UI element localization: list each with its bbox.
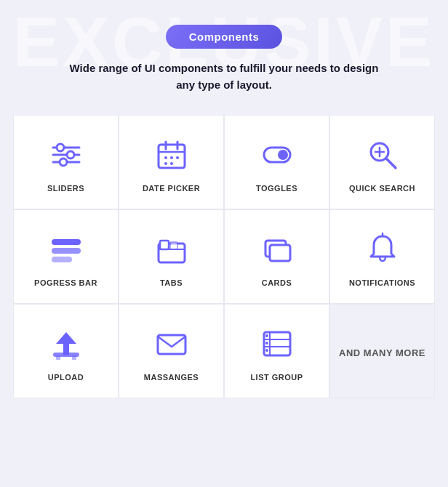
card-toggles[interactable]: TOGGLES [225, 116, 329, 209]
subtitle: SLIDERS Wide range of UI components to f… [70, 60, 379, 93]
svg-rect-22 [52, 248, 81, 254]
svg-rect-35 [158, 335, 185, 354]
card-notifications[interactable]: NOTIFICATIONS [330, 210, 434, 303]
cards-icon [258, 230, 296, 268]
progress-bar-label: POGRESS BAR [34, 278, 97, 287]
card-messages[interactable]: MASSANGES [119, 305, 223, 398]
svg-point-16 [278, 150, 288, 160]
notifications-label: NOTIFICATIONS [349, 278, 415, 287]
svg-rect-21 [52, 239, 81, 245]
svg-rect-25 [160, 241, 169, 249]
card-progress-bar[interactable]: POGRESS BAR [14, 210, 118, 303]
svg-point-1 [57, 144, 64, 151]
notifications-icon [364, 230, 401, 268]
header: Components SLIDERS Wide range of UI comp… [0, 0, 448, 108]
card-tabs[interactable]: TABS [119, 210, 223, 303]
quick-search-icon [364, 136, 401, 174]
quick-search-label: QUICK SEARCH [349, 184, 415, 193]
svg-point-3 [67, 151, 74, 158]
messages-label: MASSANGES [144, 373, 199, 382]
list-group-label: LIST GROUP [250, 373, 303, 382]
upload-icon [47, 325, 85, 363]
card-upload[interactable]: UPLOAD [14, 305, 118, 398]
svg-rect-28 [270, 245, 290, 261]
svg-rect-26 [170, 242, 177, 249]
toggles-icon [258, 136, 296, 174]
svg-point-11 [170, 156, 173, 159]
toggles-label: TOGGLES [256, 184, 297, 193]
card-quick-search[interactable]: QUICK SEARCH [330, 116, 434, 209]
svg-point-10 [164, 156, 167, 159]
svg-rect-23 [52, 257, 72, 262]
svg-marker-32 [56, 332, 76, 344]
svg-point-41 [265, 342, 268, 345]
svg-point-5 [60, 158, 67, 166]
tabs-icon [153, 230, 191, 268]
card-sliders[interactable]: SLIDERS [14, 116, 118, 209]
svg-line-18 [386, 158, 396, 168]
more-label: AND MANY MORE [339, 346, 425, 361]
svg-point-40 [265, 334, 268, 337]
sliders-label: SLIDERS [47, 184, 84, 193]
svg-rect-34 [72, 355, 76, 360]
date-picker-icon [153, 136, 191, 174]
card-more[interactable]: AND MANY MORE [330, 305, 434, 398]
messages-icon [153, 325, 191, 363]
svg-point-12 [176, 156, 179, 159]
card-list-group[interactable]: LIST GROUP [225, 305, 329, 398]
svg-point-13 [164, 162, 167, 165]
svg-point-42 [265, 349, 268, 352]
list-group-icon [258, 325, 296, 363]
upload-label: UPLOAD [48, 373, 84, 382]
svg-rect-33 [56, 355, 60, 360]
card-cards[interactable]: CARDS [225, 210, 329, 303]
sliders-icon [47, 136, 85, 174]
progress-bar-icon [47, 230, 85, 268]
svg-point-14 [170, 162, 173, 165]
date-picker-label: DATE PICKER [143, 184, 200, 193]
component-grid: SLIDERS DATE PICKER TOGGLES [13, 115, 435, 398]
cards-label: CARDS [262, 278, 292, 287]
badge: Components [166, 25, 283, 49]
card-date-picker[interactable]: DATE PICKER [119, 116, 223, 209]
tabs-label: TABS [160, 278, 183, 287]
